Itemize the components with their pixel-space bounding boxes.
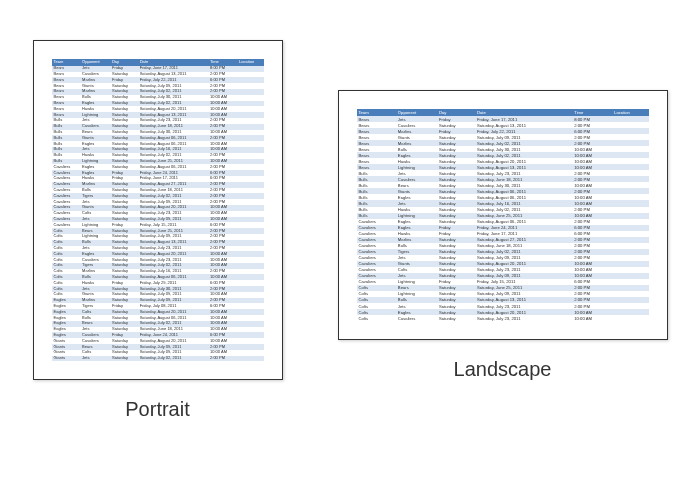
column-header: Team [52, 59, 81, 66]
portrait-label: Portrait [125, 398, 189, 421]
column-header: Day [437, 109, 475, 116]
portrait-group: TeamOpponentDayDateTimeLocation BearsJet… [33, 20, 283, 421]
column-header: Date [138, 59, 208, 66]
column-header: Location [237, 59, 264, 66]
column-header: Time [572, 109, 612, 116]
column-header: Location [612, 109, 648, 116]
landscape-page: TeamOpponentDayDateTimeLocation BearsJet… [338, 90, 668, 340]
column-header: Team [357, 109, 396, 116]
table-row: ColtsCavaliersSaturdaySaturday, July 23,… [357, 315, 649, 321]
portrait-table: TeamOpponentDayDateTimeLocation BearsJet… [52, 59, 264, 361]
orientation-comparison: TeamOpponentDayDateTimeLocation BearsJet… [20, 20, 680, 421]
portrait-page: TeamOpponentDayDateTimeLocation BearsJet… [33, 40, 283, 380]
column-header: Date [475, 109, 572, 116]
column-header: Opponent [80, 59, 110, 66]
column-header: Day [110, 59, 138, 66]
column-header: Time [208, 59, 237, 66]
landscape-label: Landscape [454, 358, 552, 381]
column-header: Opponent [396, 109, 437, 116]
landscape-table: TeamOpponentDayDateTimeLocation BearsJet… [357, 109, 649, 321]
landscape-group: TeamOpponentDayDateTimeLocation BearsJet… [338, 20, 668, 381]
table-row: GiantsJetsSaturdaySaturday, July 02, 201… [52, 356, 264, 362]
